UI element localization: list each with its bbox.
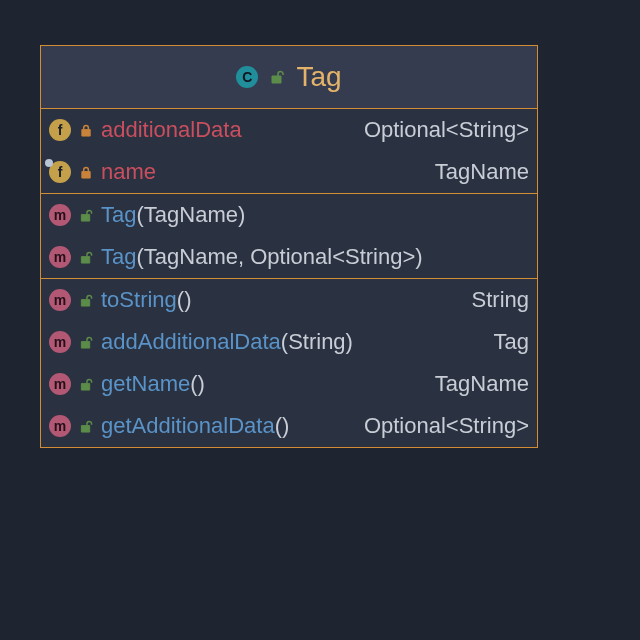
method-icon: m bbox=[49, 204, 71, 226]
visibility-icon-public bbox=[79, 209, 93, 222]
method-name: toString bbox=[101, 287, 177, 312]
method-signature: getAdditionalData() bbox=[101, 413, 289, 439]
field-icon: f bbox=[49, 119, 71, 141]
method-icon: m bbox=[49, 289, 71, 311]
visibility-icon-public bbox=[270, 70, 284, 84]
field-row: f additionalData Optional<String> bbox=[41, 109, 537, 151]
class-diagram: C Tag f additionalData Optional<String> … bbox=[40, 45, 538, 448]
visibility-icon-public bbox=[79, 378, 93, 391]
method-params: () bbox=[275, 413, 290, 438]
method-params: (String) bbox=[281, 329, 353, 354]
constructors-section: m Tag(TagName) m Tag(TagName, Optional<S… bbox=[41, 194, 537, 279]
class-icon: C bbox=[236, 66, 258, 88]
method-row: m getName() TagName bbox=[41, 363, 537, 405]
method-row: m addAdditionalData(String) Tag bbox=[41, 321, 537, 363]
visibility-icon-public bbox=[79, 336, 93, 349]
field-icon: f bbox=[49, 161, 71, 183]
field-name: additionalData bbox=[101, 117, 242, 143]
method-icon: m bbox=[49, 415, 71, 437]
field-name: name bbox=[101, 159, 156, 185]
method-params: () bbox=[190, 371, 205, 396]
methods-section: m toString() String m addAdditionalData(… bbox=[41, 279, 537, 447]
method-return: TagName bbox=[435, 371, 529, 397]
visibility-icon-public bbox=[79, 420, 93, 433]
constructor-row: m Tag(TagName, Optional<String>) bbox=[41, 236, 537, 278]
field-type: Optional<String> bbox=[364, 117, 529, 143]
method-signature: toString() bbox=[101, 287, 191, 313]
constructor-name: Tag bbox=[101, 244, 136, 269]
method-signature: addAdditionalData(String) bbox=[101, 329, 353, 355]
method-icon: m bbox=[49, 373, 71, 395]
field-type: TagName bbox=[435, 159, 529, 185]
visibility-icon-public bbox=[79, 251, 93, 264]
method-icon: m bbox=[49, 246, 71, 268]
method-name: getAdditionalData bbox=[101, 413, 275, 438]
constructor-name: Tag bbox=[101, 202, 136, 227]
constructor-signature: Tag(TagName) bbox=[101, 202, 245, 228]
constructor-signature: Tag(TagName, Optional<String>) bbox=[101, 244, 423, 270]
method-params: () bbox=[177, 287, 192, 312]
fields-section: f additionalData Optional<String> f name… bbox=[41, 109, 537, 194]
visibility-icon-public bbox=[79, 294, 93, 307]
method-row: m getAdditionalData() Optional<String> bbox=[41, 405, 537, 447]
class-name: Tag bbox=[296, 61, 341, 93]
method-name: addAdditionalData bbox=[101, 329, 281, 354]
method-name: getName bbox=[101, 371, 190, 396]
visibility-icon-private bbox=[79, 166, 93, 179]
constructor-params: (TagName) bbox=[136, 202, 245, 227]
field-row: f name TagName bbox=[41, 151, 537, 193]
method-return: Optional<String> bbox=[364, 413, 529, 439]
constructor-params: (TagName, Optional<String>) bbox=[136, 244, 422, 269]
visibility-icon-private bbox=[79, 124, 93, 137]
method-signature: getName() bbox=[101, 371, 205, 397]
method-icon: m bbox=[49, 331, 71, 353]
method-row: m toString() String bbox=[41, 279, 537, 321]
method-return: Tag bbox=[494, 329, 529, 355]
method-return: String bbox=[472, 287, 529, 313]
constructor-row: m Tag(TagName) bbox=[41, 194, 537, 236]
class-header: C Tag bbox=[41, 46, 537, 109]
